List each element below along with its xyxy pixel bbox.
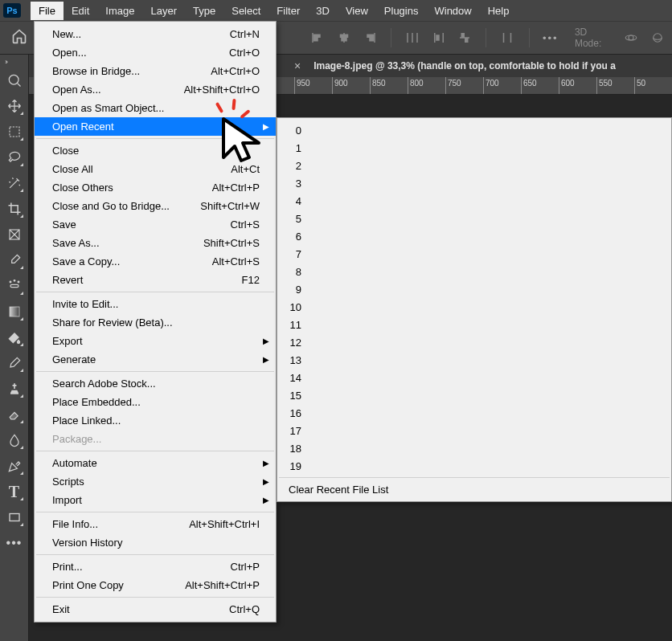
submenu-arrow-icon: ▶ xyxy=(263,459,269,467)
file-menu-item[interactable]: Import▶ xyxy=(35,491,276,509)
file-menu-item[interactable]: Place Embedded... xyxy=(35,393,276,411)
distribute-1-icon[interactable] xyxy=(404,29,420,47)
marquee-tool-icon[interactable] xyxy=(5,122,24,141)
file-menu-item[interactable]: Save a Copy...Alt+Ctrl+S xyxy=(35,252,276,271)
file-menu-item[interactable]: Export▶ xyxy=(35,332,276,350)
document-title[interactable]: Image-8.jpeg @ 33,3% (handle on top, com… xyxy=(313,60,616,71)
recent-file-item[interactable]: 0 xyxy=(277,121,671,139)
file-menu-item[interactable]: Share for Review (Beta)... xyxy=(35,313,276,332)
recent-file-item[interactable]: 8 xyxy=(277,263,671,280)
gradient-tool-icon[interactable] xyxy=(5,302,24,321)
distribute-3-icon[interactable] xyxy=(457,29,473,47)
recent-file-item[interactable]: 7 xyxy=(277,245,671,263)
menu-view[interactable]: View xyxy=(338,2,376,20)
recent-file-item[interactable]: 10 xyxy=(277,298,671,316)
file-menu-item[interactable]: New...Ctrl+N xyxy=(35,25,276,43)
file-menu-item[interactable]: Close AllAlt+Ct xyxy=(35,160,276,178)
crop-tool-icon[interactable] xyxy=(5,199,24,218)
file-menu-item[interactable]: Close xyxy=(35,141,276,160)
menu-window[interactable]: Window xyxy=(426,2,479,20)
file-menu-item[interactable]: Open As...Alt+Shift+Ctrl+O xyxy=(35,80,276,99)
distribute-2-icon[interactable] xyxy=(430,29,446,47)
file-menu-item[interactable]: Invite to Edit... xyxy=(35,295,276,313)
menu-type[interactable]: Type xyxy=(185,2,223,20)
home-icon[interactable] xyxy=(6,27,32,50)
frame-tool-icon[interactable] xyxy=(5,225,24,244)
orbit-icon[interactable] xyxy=(623,29,639,47)
clear-recent-item[interactable]: Clear Recent File List xyxy=(277,480,671,498)
move-tool-icon[interactable] xyxy=(5,71,24,90)
file-menu-item[interactable]: Generate▶ xyxy=(35,350,276,369)
recent-file-item[interactable]: 1 xyxy=(277,139,671,157)
submenu-arrow-icon: ▶ xyxy=(263,122,269,131)
menu-edit[interactable]: Edit xyxy=(64,2,97,20)
recent-file-item[interactable]: 6 xyxy=(277,227,671,245)
file-menu-item[interactable]: Version History xyxy=(35,533,276,552)
file-menu-item[interactable]: Automate▶ xyxy=(35,454,276,472)
rectangle-tool-icon[interactable] xyxy=(5,508,24,527)
file-menu-item[interactable]: Place Linked... xyxy=(35,411,276,430)
file-menu-item[interactable]: Search Adobe Stock... xyxy=(35,374,276,393)
move-arrows-icon[interactable] xyxy=(5,96,24,116)
more-tools-icon[interactable]: ••• xyxy=(5,533,24,553)
file-menu-item[interactable]: Print...Ctrl+P xyxy=(35,557,276,576)
eyedropper-tool-icon[interactable] xyxy=(5,251,24,270)
recent-file-item[interactable]: 17 xyxy=(277,422,671,439)
expand-toolbar-icon[interactable]: ›› xyxy=(5,58,6,66)
eraser-tool-icon[interactable] xyxy=(5,405,24,424)
file-menu-item[interactable]: Print One CopyAlt+Shift+Ctrl+P xyxy=(35,576,276,594)
menu-filter[interactable]: Filter xyxy=(268,2,308,20)
ruler-tick: 950 xyxy=(294,77,332,94)
menu-plugins[interactable]: Plugins xyxy=(376,2,427,20)
clone-stamp-tool-icon[interactable] xyxy=(5,379,24,398)
more-icon[interactable]: ••• xyxy=(543,29,559,47)
paint-bucket-tool-icon[interactable] xyxy=(5,328,24,347)
align-right-icon[interactable] xyxy=(362,29,378,47)
file-menu-item[interactable]: Close and Go to Bridge...Shift+Ctrl+W xyxy=(35,197,276,215)
file-menu-item[interactable]: ExitCtrl+Q xyxy=(35,600,276,619)
type-tool-icon[interactable]: T xyxy=(5,482,24,501)
recent-file-item[interactable]: 12 xyxy=(277,333,671,351)
recent-file-item[interactable]: 3 xyxy=(277,174,671,192)
recent-file-item[interactable]: 9 xyxy=(277,280,671,298)
sphere-icon[interactable] xyxy=(649,29,666,47)
recent-file-item[interactable]: 14 xyxy=(277,369,671,386)
svg-rect-33 xyxy=(10,307,19,316)
recent-file-item[interactable]: 18 xyxy=(277,439,671,457)
distribute-4-icon[interactable] xyxy=(499,29,515,47)
recent-file-item[interactable]: 2 xyxy=(277,157,671,174)
lasso-tool-icon[interactable] xyxy=(5,148,24,167)
close-tab-icon[interactable]: × xyxy=(294,59,301,72)
file-menu-item[interactable]: Close OthersAlt+Ctrl+P xyxy=(35,178,276,197)
file-menu-item[interactable]: Open...Ctrl+O xyxy=(35,43,276,62)
file-menu-item[interactable]: File Info...Alt+Shift+Ctrl+I xyxy=(35,515,276,533)
recent-file-item[interactable]: 15 xyxy=(277,386,671,404)
menu-3d[interactable]: 3D xyxy=(308,2,338,20)
recent-file-item[interactable]: 19 xyxy=(277,457,671,475)
file-menu-item[interactable]: Scripts▶ xyxy=(35,472,276,491)
brush-tool-icon[interactable] xyxy=(5,353,24,373)
file-menu-item[interactable]: RevertF12 xyxy=(35,271,276,289)
align-left-icon[interactable] xyxy=(309,29,326,47)
blur-tool-icon[interactable] xyxy=(5,431,24,450)
align-center-h-icon[interactable] xyxy=(335,29,351,47)
file-menu-item[interactable]: Browse in Bridge...Alt+Ctrl+O xyxy=(35,62,276,80)
file-menu-item[interactable]: Open as Smart Object... xyxy=(35,99,276,117)
menu-select[interactable]: Select xyxy=(223,2,268,20)
file-menu-item[interactable]: Open Recent▶ xyxy=(35,117,276,136)
svg-point-30 xyxy=(10,281,11,283)
file-menu-item[interactable]: SaveCtrl+S xyxy=(35,215,276,234)
menu-layer[interactable]: Layer xyxy=(143,2,186,20)
magic-wand-tool-icon[interactable] xyxy=(5,174,24,193)
recent-file-item[interactable]: 13 xyxy=(277,351,671,369)
file-menu-item[interactable]: Save As...Shift+Ctrl+S xyxy=(35,234,276,252)
pen-tool-icon[interactable] xyxy=(5,456,24,476)
menu-image[interactable]: Image xyxy=(97,2,142,20)
recent-file-item[interactable]: 4 xyxy=(277,192,671,210)
menu-help[interactable]: Help xyxy=(480,2,518,20)
recent-file-item[interactable]: 5 xyxy=(277,210,671,227)
menu-file[interactable]: File xyxy=(31,2,64,20)
healing-brush-tool-icon[interactable] xyxy=(5,276,24,296)
recent-file-item[interactable]: 16 xyxy=(277,404,671,422)
recent-file-item[interactable]: 11 xyxy=(277,316,671,333)
